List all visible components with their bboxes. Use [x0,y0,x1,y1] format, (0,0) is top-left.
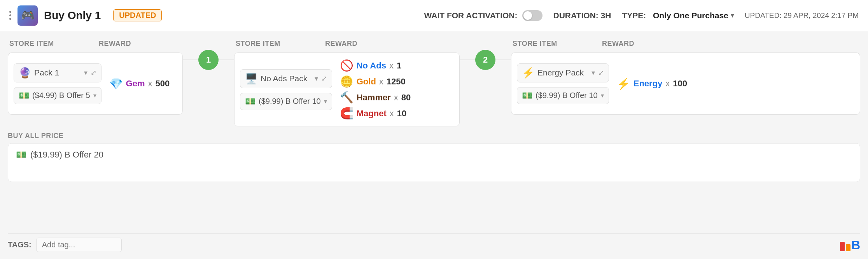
reward-col-2: 🚫 No Ads x 1 🪙 Gold x 1250 🔨 [336,59,437,120]
header-controls: WAIT FOR ACTIVATION: DURATION: 3H TYPE: … [424,10,859,21]
reward-hammer-x: x [394,93,398,103]
tags-label: TAGS: [8,240,32,249]
reward-noads-name: No Ads [357,61,386,71]
offer1-chevron-icon[interactable]: ▾ [93,92,96,99]
type-dropdown[interactable]: Only One Purchase ▾ [648,11,734,20]
store-item-header-2: STORE ITEM [234,38,324,51]
reward-energy-amount: 100 [673,79,687,89]
section-body-3: ⚡ Energy Pack ▾ ⤢ 💵 ($9.99) B Offer 10 ▾ [511,52,860,115]
magnet-icon: 🧲 [340,107,354,120]
offer1-name: ($4.99) B Offer 5 [32,91,90,100]
header: 🎮 Buy Only 1 UPDATED WAIT FOR ACTIVATION… [0,0,868,31]
buy-all-offer-icon: 💵 [16,150,26,160]
energy-chevron-icon[interactable]: ▾ [592,68,595,77]
offer2-icon: 💵 [245,96,256,107]
brand-bar-orange [846,244,850,251]
connector-line-left-1 [183,60,198,60]
reward-gem-x: x [148,79,152,89]
reward-magnet-amount: 10 [397,108,406,119]
offer3-name: ($9.99) B Offer 10 [536,91,598,100]
brand-logo: B [840,239,860,251]
reward-gem-amount: 500 [156,79,170,89]
store-item-header-1: STORE ITEM [8,38,97,51]
store-item-col-3: ⚡ Energy Pack ▾ ⤢ 💵 ($9.99) B Offer 10 ▾ [517,63,609,104]
offer2-name: ($9.99) B Offer 10 [259,97,321,106]
updated-badge: UPDATED [113,9,162,21]
offer2-chevron-icon[interactable]: ▾ [324,98,327,105]
connector-line-right-1 [219,60,234,60]
reward-magnet-x: x [390,108,394,119]
store-section-3: STORE ITEM REWARD ⚡ Energy Pack ▾ ⤢ 💵 [511,38,860,115]
offer-box-2[interactable]: 💵 ($9.99) B Offer 10 ▾ [240,93,332,110]
type-label: TYPE: Only One Purchase ▾ [622,11,733,20]
page-title: Buy Only 1 [44,9,101,22]
main-content: STORE ITEM REWARD 🔮 Pack 1 ▾ ⤢ 💵 ($4 [0,31,868,259]
connector-circle-1: 1 [198,50,219,70]
store-item-box-3[interactable]: ⚡ Energy Pack ▾ ⤢ [517,63,609,82]
wait-activation-control: WAIT FOR ACTIVATION: [424,10,542,21]
reward-item-gem: 💎 Gem x 500 [109,77,175,90]
reward-gold-name: Gold [357,77,376,87]
reward-hammer-amount: 80 [401,93,411,103]
energy-pack-name: Energy Pack [537,68,588,77]
reward-noads-x: x [389,61,394,71]
store-item-col-2: 🖥️ No Ads Pack ▾ ⤢ 💵 ($9.99) B Offer 10 … [240,69,332,110]
type-chevron-icon: ▾ [731,12,734,19]
offer-box-3[interactable]: 💵 ($9.99) B Offer 10 ▾ [517,87,609,104]
section-body-2: 🖥️ No Ads Pack ▾ ⤢ 💵 ($9.99) B Offer 10 … [234,52,460,126]
wait-activation-label: WAIT FOR ACTIVATION: [424,11,518,20]
reward-item-magnet: 🧲 Magnet x 10 [340,107,437,120]
noad-chevron-icon[interactable]: ▾ [315,74,318,83]
connector-circle-2: 2 [475,50,495,70]
app-icon: 🎮 [18,5,38,26]
hammer-icon: 🔨 [340,91,354,104]
noad-name: No Ads Pack [261,74,312,83]
pack1-chevron-icon[interactable]: ▾ [84,68,88,77]
sections-row: STORE ITEM REWARD 🔮 Pack 1 ▾ ⤢ 💵 ($4 [8,38,860,126]
connector-line-right-2 [495,60,511,60]
store-item-col-1: 🔮 Pack 1 ▾ ⤢ 💵 ($4.99) B Offer 5 ▾ [14,63,102,104]
offer3-icon: 💵 [522,91,532,101]
reward-item-noads: 🚫 No Ads x 1 [340,59,437,72]
buy-all-box: 💵 ($19.99) B Offer 20 [8,143,860,182]
reward-noads-amount: 1 [397,61,401,71]
reward-energy-x: x [665,79,670,89]
offer1-icon: 💵 [19,91,29,101]
brand-bar-red [840,242,845,251]
noad-icon: 🖥️ [245,73,257,85]
reward-header-1: REWARD [97,38,183,51]
buy-all-value: ($19.99) B Offer 20 [30,150,103,160]
reward-gold-x: x [379,77,383,87]
brand-b-letter: B [851,239,860,251]
store-item-box-1[interactable]: 🔮 Pack 1 ▾ ⤢ [14,63,102,82]
store-item-header-3: STORE ITEM [511,38,600,51]
updated-time: UPDATED: 29 APR, 2024 2:17 PM [745,11,859,20]
reward-header-3: REWARD [600,38,686,51]
store-item-box-2[interactable]: 🖥️ No Ads Pack ▾ ⤢ [240,69,332,88]
noads-icon: 🚫 [340,59,354,72]
reward-energy-name: Energy [634,79,663,89]
reward-gem-name: Gem [126,79,145,89]
pack1-expand-icon[interactable]: ⤢ [91,68,96,77]
reward-item-hammer: 🔨 Hammer x 80 [340,91,437,104]
store-section-2: STORE ITEM REWARD 🖥️ No Ads Pack ▾ ⤢ 💵 [234,38,460,126]
connector-2: 2 [460,50,511,70]
gem-icon: 💎 [109,77,123,90]
reward-magnet-name: Magnet [357,108,387,119]
reward-header-2: REWARD [324,38,448,51]
offer-box-1[interactable]: 💵 ($4.99) B Offer 5 ▾ [14,87,102,104]
wait-activation-toggle[interactable] [522,10,542,21]
menu-dots-button[interactable] [9,11,11,20]
pack1-name: Pack 1 [34,68,81,77]
buy-all-section: BUY ALL PRICE 💵 ($19.99) B Offer 20 [8,132,860,182]
reward-col-1: 💎 Gem x 500 [105,77,175,90]
noad-expand-icon[interactable]: ⤢ [321,74,327,83]
reward-hammer-name: Hammer [357,93,391,103]
reward-item-gold: 🪙 Gold x 1250 [340,75,437,88]
energy-expand-icon[interactable]: ⤢ [598,68,604,77]
store-section-1: STORE ITEM REWARD 🔮 Pack 1 ▾ ⤢ 💵 ($4 [8,38,183,115]
offer3-chevron-icon[interactable]: ▾ [601,92,604,99]
reward-gold-amount: 1250 [387,77,406,87]
reward-col-3: ⚡ Energy x 100 [613,77,687,90]
tags-input[interactable] [36,238,122,252]
